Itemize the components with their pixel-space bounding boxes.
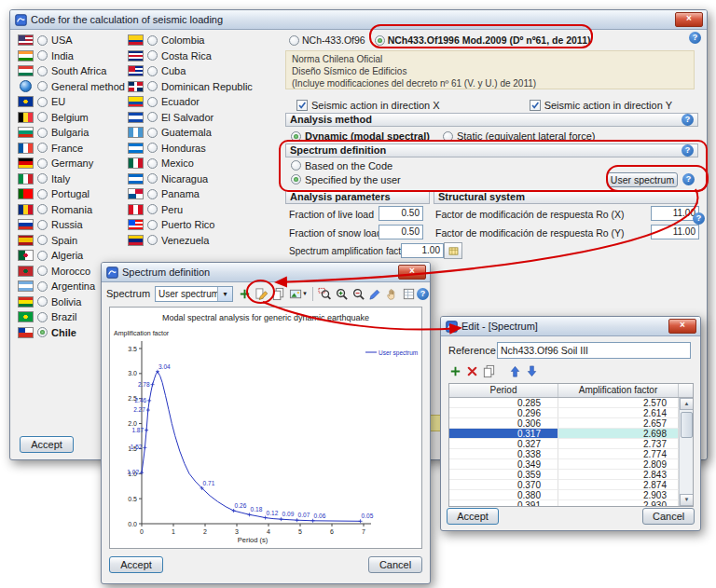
snow-load-input[interactable]: 0.50 bbox=[379, 225, 423, 239]
reference-input[interactable]: Nch433.Of96 Soil III bbox=[497, 342, 691, 359]
zoom-out-button[interactable] bbox=[350, 285, 366, 302]
amplification-cell[interactable]: 2.930 bbox=[558, 500, 679, 506]
period-cell[interactable]: 0.370 bbox=[449, 480, 558, 490]
country-radio-peru[interactable] bbox=[147, 204, 158, 214]
country-item-panama[interactable]: Panama bbox=[126, 186, 282, 202]
country-item-india[interactable]: India bbox=[16, 48, 124, 64]
copy-point-button[interactable] bbox=[480, 362, 497, 379]
country-radio-usa[interactable] bbox=[37, 35, 48, 46]
scroll-up-icon[interactable]: ▲ bbox=[680, 398, 693, 410]
table-row[interactable]: 0.3592.843 bbox=[449, 470, 679, 480]
country-radio-el-salvador[interactable] bbox=[147, 112, 158, 122]
move-up-button[interactable] bbox=[506, 362, 523, 379]
add-point-button[interactable] bbox=[447, 362, 463, 379]
scroll-down-icon[interactable]: ▼ bbox=[680, 494, 693, 506]
country-item-germany[interactable]: Germany bbox=[16, 156, 124, 171]
ro-y-input[interactable]: 11.00 bbox=[651, 225, 699, 239]
period-cell[interactable]: 0.359 bbox=[449, 470, 558, 480]
country-item-portugal[interactable]: Portugal bbox=[16, 186, 124, 202]
country-radio-nicaragua[interactable] bbox=[147, 173, 158, 184]
country-radio-france[interactable] bbox=[37, 143, 48, 153]
country-radio-chile[interactable] bbox=[37, 327, 48, 337]
amplification-cell[interactable]: 2.874 bbox=[558, 480, 679, 490]
period-cell[interactable]: 0.296 bbox=[449, 408, 558, 418]
country-radio-general-method[interactable] bbox=[37, 81, 48, 91]
seismic-x-checkbox[interactable] bbox=[296, 100, 308, 111]
period-column-header[interactable]: Period bbox=[449, 384, 558, 397]
country-radio-cuba[interactable] bbox=[147, 66, 158, 76]
period-cell[interactable]: 0.338 bbox=[449, 449, 558, 459]
country-item-general-method[interactable]: General method bbox=[16, 79, 124, 95]
country-item-romania[interactable]: Romania bbox=[16, 202, 124, 218]
country-item-nicaragua[interactable]: Nicaragua bbox=[126, 171, 282, 187]
country-item-russia[interactable]: Russia bbox=[16, 217, 124, 233]
country-item-colombia[interactable]: Colombia bbox=[126, 33, 282, 48]
spectrum-factor-input[interactable]: 1.00 bbox=[401, 243, 444, 258]
redraw-button[interactable] bbox=[366, 285, 383, 302]
country-radio-panama[interactable] bbox=[147, 189, 158, 199]
table-row[interactable]: 0.3382.774 bbox=[449, 449, 679, 459]
user-spectrum-button[interactable]: User spectrum bbox=[607, 172, 678, 187]
country-item-el-salvador[interactable]: El Salvador bbox=[126, 110, 282, 126]
country-item-ecuador[interactable]: Ecuador bbox=[126, 94, 282, 110]
country-item-costa-rica[interactable]: Costa Rica bbox=[126, 48, 282, 64]
amplification-cell[interactable]: 2.657 bbox=[558, 418, 679, 429]
copy-spectrum-button[interactable] bbox=[269, 285, 286, 302]
country-item-eu[interactable]: EU bbox=[16, 94, 124, 110]
country-radio-romania[interactable] bbox=[37, 204, 48, 214]
country-radio-bulgaria[interactable] bbox=[37, 128, 48, 138]
amplification-cell[interactable]: 2.843 bbox=[558, 470, 679, 480]
country-item-south-africa[interactable]: South Africa bbox=[16, 63, 124, 79]
seismic-y-checkbox[interactable] bbox=[530, 100, 541, 111]
period-cell[interactable]: 0.285 bbox=[449, 398, 558, 408]
move-down-button[interactable] bbox=[523, 362, 540, 379]
amplification-cell[interactable]: 2.614 bbox=[558, 408, 679, 418]
country-radio-spain[interactable] bbox=[37, 235, 48, 245]
accept-button[interactable]: Accept bbox=[109, 556, 163, 573]
zoom-in-button[interactable] bbox=[333, 285, 350, 302]
cancel-button[interactable]: Cancel bbox=[642, 508, 695, 525]
country-radio-mexico[interactable] bbox=[147, 158, 158, 169]
country-item-mexico[interactable]: Mexico bbox=[126, 156, 282, 171]
country-item-belgium[interactable]: Belgium bbox=[16, 110, 124, 126]
edit-titlebar[interactable]: Edit - [Spectrum] × bbox=[441, 317, 700, 336]
country-radio-brazil[interactable] bbox=[37, 312, 48, 322]
table-row[interactable]: 0.3492.809 bbox=[449, 459, 679, 470]
export-image-button[interactable]: ▾ bbox=[286, 285, 310, 302]
scrollbar-thumb[interactable] bbox=[681, 412, 693, 438]
table-row[interactable]: 0.3172.698 bbox=[449, 429, 679, 439]
country-radio-south-africa[interactable] bbox=[37, 66, 48, 76]
country-item-venezuela[interactable]: Venezuela bbox=[126, 233, 282, 249]
period-cell[interactable]: 0.327 bbox=[449, 439, 558, 449]
based-on-code-radio[interactable] bbox=[291, 160, 301, 171]
table-row[interactable]: 0.3802.903 bbox=[449, 490, 679, 500]
amplification-cell[interactable]: 2.903 bbox=[558, 490, 679, 500]
static-radio[interactable] bbox=[443, 131, 453, 142]
country-radio-colombia[interactable] bbox=[147, 35, 158, 46]
country-radio-russia[interactable] bbox=[37, 220, 48, 230]
amplification-cell[interactable]: 2.698 bbox=[558, 429, 679, 439]
live-load-input[interactable]: 0.50 bbox=[379, 206, 423, 221]
code-radio-nch433of1996-mod2009[interactable] bbox=[375, 35, 385, 46]
country-radio-dominican-republic[interactable] bbox=[147, 81, 158, 91]
country-item-bulgaria[interactable]: Bulgaria bbox=[16, 125, 124, 141]
amplification-cell[interactable]: 2.809 bbox=[558, 459, 679, 470]
country-radio-eu[interactable] bbox=[37, 97, 48, 107]
help-icon[interactable]: ? bbox=[693, 212, 705, 225]
accept-button[interactable]: Accept bbox=[20, 436, 74, 453]
table-row[interactable]: 0.2852.570 bbox=[449, 398, 679, 408]
specified-by-user-radio[interactable] bbox=[291, 174, 301, 185]
values-table-button[interactable] bbox=[400, 285, 417, 302]
period-cell[interactable]: 0.306 bbox=[449, 418, 558, 429]
amplification-cell[interactable]: 2.737 bbox=[558, 439, 679, 449]
spectrum-factor-detail-button[interactable] bbox=[444, 242, 462, 259]
spectrum-titlebar[interactable]: Spectrum definition × bbox=[102, 263, 430, 282]
country-item-cuba[interactable]: Cuba bbox=[126, 63, 282, 79]
country-radio-india[interactable] bbox=[37, 50, 48, 61]
country-radio-bolivia[interactable] bbox=[37, 296, 48, 307]
zoom-window-button[interactable] bbox=[316, 285, 333, 302]
country-item-guatemala[interactable]: Guatemala bbox=[126, 125, 282, 141]
close-icon[interactable]: × bbox=[675, 12, 703, 27]
country-item-puerto-rico[interactable]: Puerto Rico bbox=[126, 217, 282, 233]
country-radio-italy[interactable] bbox=[37, 173, 48, 184]
